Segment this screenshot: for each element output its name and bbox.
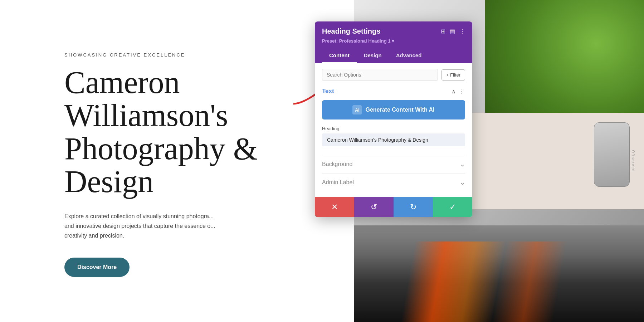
generate-ai-button[interactable]: AI Generate Content With AI bbox=[322, 100, 465, 119]
left-content-area: SHOWCASING CREATIVE EXCELLENCE Cameron W… bbox=[0, 0, 354, 322]
expand-icon[interactable]: ⊞ bbox=[441, 28, 445, 35]
more-options-icon[interactable]: ⋮ bbox=[459, 28, 465, 35]
section-divider-2 bbox=[322, 173, 465, 174]
ai-button-label: Generate Content With AI bbox=[365, 107, 434, 113]
heading-field-input[interactable] bbox=[322, 133, 465, 146]
tab-design[interactable]: Design bbox=[357, 49, 389, 63]
main-heading: Cameron Williamson's Photography & Desig… bbox=[64, 66, 333, 199]
text-section-title: Text bbox=[322, 88, 334, 95]
admin-label-section-title: Admin Label bbox=[322, 179, 354, 186]
undo-button[interactable]: ↺ bbox=[354, 197, 394, 217]
search-row: + Filter bbox=[322, 69, 465, 81]
admin-label-section-header[interactable]: Admin Label ⌄ bbox=[322, 179, 465, 186]
background-section-header[interactable]: Background ⌄ bbox=[322, 160, 465, 168]
panel-header: Heading Settings ⊞ ▤ ⋮ Preset: Professio… bbox=[315, 21, 472, 63]
tab-advanced[interactable]: Advanced bbox=[389, 49, 429, 63]
offscreen-label: Offscreen bbox=[631, 150, 635, 172]
section-controls: ∧ ⋮ bbox=[452, 87, 465, 95]
tab-content[interactable]: Content bbox=[322, 49, 357, 63]
panel-title: Heading Settings bbox=[322, 27, 380, 35]
collapse-icon[interactable]: ∧ bbox=[452, 88, 456, 95]
save-button[interactable]: ✓ bbox=[433, 197, 472, 217]
section-divider bbox=[322, 155, 465, 155]
search-input[interactable] bbox=[322, 69, 438, 81]
sidebar-icon[interactable]: ▤ bbox=[450, 28, 455, 35]
cancel-button[interactable]: ✕ bbox=[315, 197, 354, 217]
redo-button[interactable]: ↻ bbox=[394, 197, 433, 217]
panel-title-row: Heading Settings ⊞ ▤ ⋮ bbox=[322, 27, 465, 35]
filter-button[interactable]: + Filter bbox=[441, 69, 465, 80]
page-subtitle: SHOWCASING CREATIVE EXCELLENCE bbox=[64, 52, 333, 58]
section-options-icon[interactable]: ⋮ bbox=[459, 87, 465, 95]
panel-title-icons: ⊞ ▤ ⋮ bbox=[441, 28, 465, 35]
admin-label-chevron-down-icon: ⌄ bbox=[460, 179, 465, 186]
ai-icon: AI bbox=[352, 105, 362, 114]
light-streaks-photo bbox=[354, 241, 644, 322]
panel-body: + Filter Text ∧ ⋮ AI Generate Content Wi… bbox=[315, 63, 472, 197]
page-description: Explore a curated collection of visually… bbox=[64, 211, 243, 241]
background-chevron-down-icon: ⌄ bbox=[460, 160, 465, 168]
phone-photo bbox=[594, 122, 630, 187]
background-section-title: Background bbox=[322, 161, 352, 167]
action-bar: ✕ ↺ ↻ ✓ bbox=[315, 197, 472, 217]
panel-preset[interactable]: Preset: Professional Heading 1 ▾ bbox=[322, 38, 465, 44]
discover-more-button[interactable]: Discover More bbox=[64, 258, 130, 277]
heading-field-label: Heading bbox=[322, 126, 465, 131]
panel-tabs: Content Design Advanced bbox=[322, 49, 465, 63]
settings-panel: Heading Settings ⊞ ▤ ⋮ Preset: Professio… bbox=[315, 21, 472, 217]
text-section-header: Text ∧ ⋮ bbox=[322, 87, 465, 95]
